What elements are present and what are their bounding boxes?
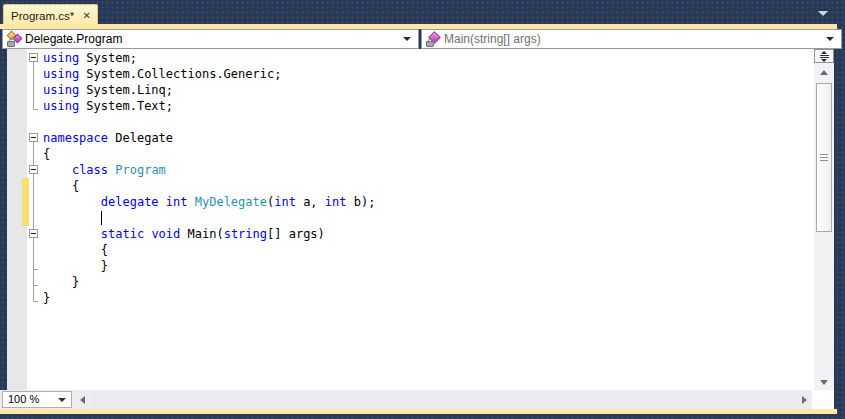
splitter-handle-icon[interactable] bbox=[814, 49, 834, 63]
code-line-16[interactable]: } bbox=[43, 290, 50, 306]
code-line-12[interactable]: static void Main(string[] args) bbox=[43, 226, 325, 242]
vs-editor-window: Program.cs* ✕ Delegate.Program Main(stri… bbox=[0, 0, 845, 419]
code-line-4[interactable]: using System.Text; bbox=[43, 98, 173, 114]
fold-collapse-toggle[interactable] bbox=[29, 133, 38, 142]
outline-line-end bbox=[33, 285, 38, 286]
close-icon[interactable]: ✕ bbox=[83, 11, 91, 21]
chevron-down-icon bbox=[403, 37, 411, 41]
code-line-1[interactable]: using System; bbox=[43, 50, 137, 66]
scrollbar-corner bbox=[812, 390, 834, 409]
outline-line bbox=[33, 238, 34, 269]
code-line-9[interactable]: { bbox=[43, 178, 79, 194]
scroll-left-button[interactable] bbox=[74, 390, 90, 409]
code-line-8[interactable]: class Program bbox=[43, 162, 166, 178]
vertical-scrollbar[interactable] bbox=[814, 49, 834, 390]
change-tracking-bar bbox=[22, 178, 29, 226]
chevron-down-icon bbox=[826, 37, 834, 41]
horizontal-scrollbar-area: 100 % bbox=[0, 390, 834, 409]
vertical-scrollbar-thumb[interactable] bbox=[816, 83, 832, 232]
scroll-right-button[interactable] bbox=[796, 390, 812, 409]
code-line-13[interactable]: { bbox=[43, 242, 108, 258]
code-line-2[interactable]: using System.Collections.Generic; bbox=[43, 66, 281, 82]
code-line-6[interactable]: namespace Delegate bbox=[43, 130, 173, 146]
fold-collapse-toggle[interactable] bbox=[29, 53, 38, 62]
code-line-3[interactable]: using System.Linq; bbox=[43, 82, 173, 98]
types-dropdown-label: Delegate.Program bbox=[22, 32, 403, 47]
code-editor[interactable]: using System;using System.Collections.Ge… bbox=[7, 49, 814, 390]
zoom-dropdown[interactable]: 100 % bbox=[2, 391, 72, 408]
outline-line bbox=[33, 62, 34, 109]
method-private-icon bbox=[425, 31, 441, 47]
code-line-14[interactable]: } bbox=[43, 258, 108, 274]
outline-line-end bbox=[33, 269, 38, 270]
code-line-7[interactable]: { bbox=[43, 146, 50, 162]
chevron-down-icon bbox=[58, 398, 66, 402]
scroll-up-button[interactable] bbox=[814, 64, 834, 80]
tab-list-dropdown-icon[interactable] bbox=[818, 11, 828, 16]
types-dropdown[interactable]: Delegate.Program bbox=[2, 29, 419, 49]
code-line-15[interactable]: } bbox=[43, 274, 79, 290]
outlining-margin bbox=[27, 49, 43, 390]
outline-line-end bbox=[33, 109, 38, 110]
fold-collapse-toggle[interactable] bbox=[29, 229, 38, 238]
active-document-accent-bottom bbox=[0, 409, 837, 414]
class-icon bbox=[6, 31, 22, 47]
scroll-down-button[interactable] bbox=[814, 374, 834, 390]
members-dropdown[interactable]: Main(string[] args) bbox=[421, 29, 842, 49]
zoom-value: 100 % bbox=[8, 393, 58, 406]
code-line-10[interactable]: delegate int MyDelegate(int a, int b); bbox=[43, 194, 375, 210]
tab-title: Program.cs* bbox=[11, 10, 79, 22]
fold-collapse-toggle[interactable] bbox=[29, 165, 38, 174]
horizontal-scrollbar-track[interactable] bbox=[90, 390, 796, 409]
text-caret bbox=[101, 211, 103, 225]
outline-line-end bbox=[33, 301, 38, 302]
members-dropdown-label: Main(string[] args) bbox=[441, 32, 826, 47]
